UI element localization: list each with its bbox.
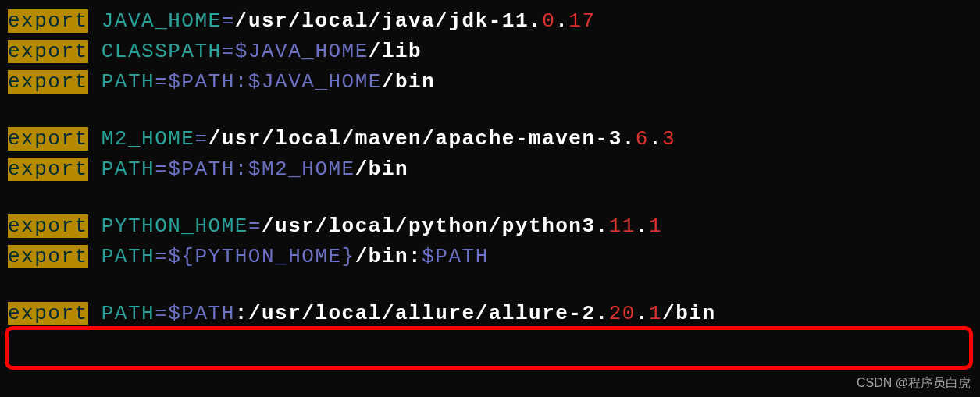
code-line[interactable]: export PATH=$PATH:$M2_HOME/bin [8,154,972,185]
token-export: export [8,158,88,181]
token-sp [88,9,102,33]
token-m2_home_var: M2_HOME [102,127,195,151]
token-export: export [8,245,88,268]
code-line[interactable]: export M2_HOME=/usr/local/maven/apache-m… [8,124,972,154]
token-dot: . [649,127,662,151]
token-py_v11: 11 [609,214,636,238]
token-sp [88,245,102,268]
token-slash_bin: /bin [355,158,408,181]
token-allure_path_prefix: :/usr/local/allure/allure-2. [235,302,609,325]
code-line[interactable]: export PATH=$PATH:$JAVA_HOME/bin [8,67,972,97]
blank-line [8,272,972,299]
token-export: export [8,9,88,33]
token-slash_bin_colon: /bin: [355,245,422,268]
code-line[interactable]: export CLASSPATH=$JAVA_HOME/lib [8,37,972,67]
token-sp [88,302,102,325]
token-dollar_path: $PATH [422,245,489,268]
token-path_var: PATH [102,245,155,268]
token-java_v0: 0 [542,9,555,33]
token-py_v1: 1 [649,214,662,238]
token-export: export [8,40,88,63]
blank-line [8,97,972,124]
token-path_var: PATH [102,302,155,325]
code-line[interactable]: export PATH=${PYTHON_HOME}/bin:$PATH [8,242,972,272]
token-eq: = [222,9,235,33]
token-sp [88,127,102,151]
token-eq_dollar_path: =$PATH [155,302,235,325]
token-export: export [8,127,88,151]
code-line[interactable]: export PYTHON_HOME=/usr/local/python/pyt… [8,211,972,242]
token-eq_brace_pyhome: =${PYTHON_HOME} [155,245,355,268]
token-python_path_prefix: /usr/local/python/python3. [262,214,609,238]
token-m2_v6: 6 [636,127,649,151]
token-dot: . [555,9,568,33]
token-dot: . [636,302,649,325]
token-eq_path_m2home: =$PATH:$M2_HOME [155,158,355,181]
token-path_var: PATH [102,158,155,181]
token-java_path_prefix: /usr/local/java/jdk-11. [235,9,542,33]
token-m2_path_prefix: /usr/local/maven/apache-maven-3. [208,127,636,151]
token-eq_dollar_javahome: =$JAVA_HOME [222,40,369,63]
code-line[interactable]: export PATH=$PATH:/usr/local/allure/allu… [8,299,972,329]
highlight-box [5,326,973,370]
token-eq_path_javahome: =$PATH:$JAVA_HOME [155,70,382,94]
token-eq: = [194,127,208,151]
token-slash_bin: /bin [382,70,435,94]
token-sp [88,40,102,63]
blank-line [8,185,972,211]
token-m2_v3: 3 [662,127,675,151]
token-export: export [8,70,88,94]
token-java_home_var: JAVA_HOME [102,9,222,33]
token-export: export [8,214,88,238]
token-slash_bin: /bin [662,302,715,325]
token-path_var: PATH [102,70,155,94]
token-slash_lib: /lib [369,40,422,63]
token-eq: = [248,214,262,238]
token-classpath_var: CLASSPATH [102,40,222,63]
token-sp [88,70,102,94]
token-sp [88,214,102,238]
code-line[interactable]: export JAVA_HOME=/usr/local/java/jdk-11.… [8,6,972,37]
token-export: export [8,302,88,325]
token-java_v17: 17 [568,9,595,33]
token-dot: . [636,214,649,238]
token-allure_v20: 20 [609,302,636,325]
terminal-editor[interactable]: export JAVA_HOME=/usr/local/java/jdk-11.… [0,0,980,329]
watermark: CSDN @程序员白虎 [857,374,971,392]
token-allure_v1: 1 [649,302,662,325]
token-python_home_var: PYTHON_HOME [102,214,248,238]
token-sp [88,158,102,181]
